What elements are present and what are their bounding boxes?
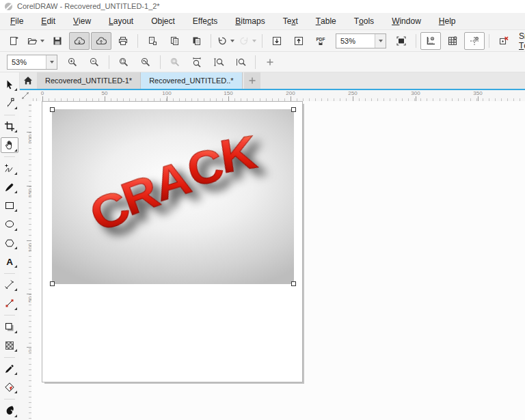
paste-button[interactable] [186, 32, 206, 50]
zoom-level-combo[interactable]: 53% [336, 33, 386, 48]
toolbar-separator [416, 34, 416, 48]
print-button[interactable] [113, 32, 133, 50]
new-document-button[interactable] [3, 32, 24, 50]
cut-button[interactable] [142, 32, 163, 50]
menu-tools[interactable]: Tools [345, 13, 383, 29]
menu-bitmaps[interactable]: Bitmaps [226, 13, 273, 29]
toolbox: A [0, 72, 20, 420]
selection-handle-top-left[interactable] [50, 107, 55, 112]
selected-bitmap-object[interactable]: CRACK [52, 109, 294, 284]
menu-file[interactable]: File [1, 13, 32, 29]
connector-tool[interactable] [1, 296, 18, 311]
zoom-in-button[interactable] [62, 53, 83, 71]
vertical-ruler[interactable]: 200150100500 [19, 101, 32, 420]
zoom-to-page-width-button[interactable] [187, 53, 207, 71]
dimension-icon [4, 279, 15, 290]
shape-tool[interactable] [1, 96, 18, 111]
dimension-tool[interactable] [1, 277, 18, 292]
zoom-out-button[interactable] [84, 53, 105, 71]
rectangle-tool[interactable] [1, 198, 18, 213]
cloud-upload-button[interactable] [91, 32, 111, 50]
menu-object[interactable]: Object [142, 13, 184, 29]
pan-icon [4, 139, 15, 150]
zoom-actual-icon [235, 56, 247, 68]
color-eyedropper-tool[interactable] [1, 361, 18, 376]
copy-button[interactable] [164, 32, 185, 50]
drop-shadow-tool[interactable] [1, 319, 18, 334]
toolbar-separator [109, 55, 109, 69]
transparency-tool[interactable] [1, 338, 18, 353]
text-tool[interactable]: A [1, 254, 18, 269]
artwork-text: CRACK [52, 123, 294, 238]
snap-to-dropdown[interactable]: Snap To [515, 33, 525, 49]
menu-layout[interactable]: Layout [100, 13, 142, 29]
zoom-to-page-height-button[interactable] [208, 53, 229, 71]
selection-handle-top-right[interactable] [291, 107, 296, 112]
redo-button[interactable] [237, 32, 258, 50]
polygon-tool[interactable] [1, 236, 18, 251]
document-tab-1[interactable]: Recovered_UNTITLED-1* [37, 72, 141, 89]
home-tab-button[interactable] [19, 72, 37, 89]
menu-table[interactable]: Table [307, 13, 345, 29]
toolbox-separator [4, 399, 15, 400]
toolbox-separator [4, 156, 15, 157]
h-ruler-label: 350 [473, 90, 482, 96]
zoom-to-all-button[interactable] [135, 53, 156, 71]
toolbar-separator [489, 34, 489, 48]
pick-tool[interactable] [1, 77, 18, 92]
zoom-in-icon [67, 56, 79, 68]
rulers-icon [425, 35, 437, 46]
drawing-canvas[interactable]: CRACK [31, 101, 525, 420]
zoom-to-selected-button[interactable] [113, 53, 134, 71]
import-button[interactable] [267, 32, 287, 50]
show-guidelines-toggle[interactable] [464, 32, 485, 50]
zoom-actual-size-button[interactable] [230, 53, 251, 71]
zoom-level-combo[interactable]: 53% [7, 55, 57, 70]
artistic-media-tool[interactable] [1, 180, 18, 195]
selection-handle-bottom-right[interactable] [291, 281, 296, 286]
customize-toolbar-button[interactable] [260, 53, 280, 71]
undo-button[interactable] [215, 32, 236, 50]
crop-tool[interactable] [1, 119, 18, 134]
horizontal-ruler[interactable]: 050100150200250300350 [31, 90, 525, 102]
pdf-icon: PDF [315, 35, 327, 46]
selection-handle-bottom-left[interactable] [50, 281, 55, 286]
zoom-width-icon [191, 56, 203, 68]
menu-window[interactable]: Window [383, 13, 430, 29]
zoom-level-value: 53% [336, 34, 375, 48]
pan-tool[interactable] [1, 137, 18, 152]
document-tab-2[interactable]: Recovered_UNTITLED..* [141, 72, 243, 89]
menu-edit[interactable]: Edit [32, 13, 64, 29]
coreldraw-window: CorelDRAW - Recovered_UNTITLED-1_2* File… [0, 0, 525, 420]
fullscreen-preview-button[interactable] [391, 32, 412, 50]
ellipse-tool[interactable] [1, 216, 18, 232]
new-tab-button[interactable] [244, 72, 260, 89]
open-button[interactable] [25, 32, 46, 50]
rect-icon [4, 200, 15, 211]
export-button[interactable] [288, 32, 309, 50]
ruler-origin[interactable] [19, 90, 31, 101]
menu-help[interactable]: Help [430, 13, 465, 29]
window-title: CorelDRAW - Recovered_UNTITLED-1_2* [17, 0, 160, 13]
zoom-combo-dropdown[interactable] [46, 55, 57, 69]
save-button[interactable] [47, 32, 68, 50]
snap-off-button[interactable] [494, 32, 514, 50]
show-grid-toggle[interactable] [442, 32, 463, 50]
freehand-tool[interactable] [1, 160, 18, 176]
zoom-to-page-button[interactable] [165, 53, 185, 71]
export-icon [293, 35, 305, 46]
zoom-combo-dropdown[interactable] [375, 34, 386, 48]
menu-effects[interactable]: Effects [184, 13, 226, 29]
menu-bar: FileEditViewLayoutObjectEffectsBitmapsTe… [0, 13, 525, 30]
h-ruler-label: 300 [411, 90, 420, 96]
open-icon [27, 35, 38, 46]
cloud-download-button[interactable] [69, 32, 90, 50]
smart-fill-tool[interactable] [1, 403, 18, 418]
zoom-property-bar: 53% [0, 52, 525, 72]
show-rulers-toggle[interactable] [420, 32, 441, 50]
publish-pdf-button[interactable]: PDF [310, 32, 331, 50]
zoom-out-icon [89, 56, 100, 68]
menu-view[interactable]: View [64, 13, 100, 29]
interactive-fill-tool[interactable] [1, 380, 18, 395]
menu-text[interactable]: Text [274, 13, 307, 29]
